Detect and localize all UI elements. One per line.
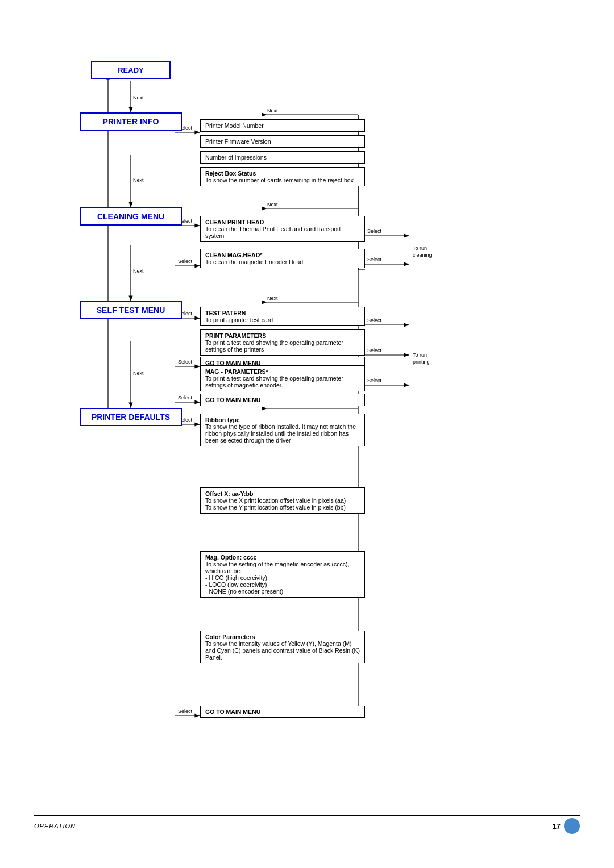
ribbon-type-label: Ribbon type To show the type of ribbon i…	[200, 414, 365, 446]
svg-text:Select: Select	[178, 395, 193, 400]
go-main-menu-3-node: GO TO MAIN MENU	[200, 394, 365, 406]
reject-box-status-label: Reject Box Status To show the number of …	[200, 167, 365, 186]
number-of-impressions-label: Number of impressions	[200, 151, 365, 164]
offset-x-node: Offset X: aa-Y:bb To show the X print lo…	[200, 487, 365, 514]
reject-box-status-node: Reject Box Status To show the number of …	[200, 167, 365, 186]
footer-operation: OPERATION	[34, 823, 76, 829]
cleaning-menu-node: CLEANING MENU	[80, 207, 182, 226]
svg-text:Select: Select	[367, 378, 382, 383]
mag-option-node: Mag. Option: cccc To show the setting of…	[200, 551, 365, 598]
clean-mag-head-label: CLEAN MAG.HEAD* To clean the magnetic En…	[200, 249, 365, 268]
svg-text:cleaning: cleaning	[413, 252, 432, 258]
svg-text:Next: Next	[267, 202, 278, 207]
footer-page: 17	[553, 818, 580, 834]
ready-label: READY	[91, 61, 171, 79]
go-main-menu-4-label: GO TO MAIN MENU	[200, 706, 365, 718]
ready-node: READY	[91, 61, 171, 79]
page-number: 17	[553, 822, 561, 831]
color-parameters-label: Color Parameters To show the intensity v…	[200, 631, 365, 663]
svg-text:Next: Next	[133, 95, 144, 101]
clean-mag-head-node: CLEAN MAG.HEAD* To clean the magnetic En…	[200, 249, 365, 268]
svg-text:Select: Select	[178, 258, 193, 264]
color-parameters-node: Color Parameters To show the intensity v…	[200, 631, 365, 663]
mag-parameters-node: MAG - PARAMETERS* To print a test card s…	[200, 365, 365, 391]
go-main-menu-4-node: GO TO MAIN MENU	[200, 706, 365, 718]
svg-text:printing: printing	[413, 359, 430, 365]
go-main-menu-3-label: GO TO MAIN MENU	[200, 394, 365, 406]
svg-text:Select: Select	[367, 228, 382, 234]
svg-text:Next: Next	[133, 268, 144, 274]
test-patern-node: TEST PATERN To print a printer test card	[200, 307, 365, 326]
clean-print-head-label: CLEAN PRINT HEAD To clean the Thermal Pr…	[200, 216, 365, 242]
svg-text:Select: Select	[367, 348, 382, 353]
printer-firmware-version-label: Printer Firmware Version	[200, 135, 365, 148]
svg-text:To run: To run	[413, 352, 427, 358]
printer-defaults-node: PRINTER DEFAULTS	[80, 408, 182, 426]
mag-parameters-label: MAG - PARAMETERS* To print a test card s…	[200, 365, 365, 391]
mag-option-label: Mag. Option: cccc To show the setting of…	[200, 551, 365, 598]
diagram-wrapper: Next Select Next Next Select Next	[74, 45, 540, 795]
printer-model-number-label: Printer Model Number	[200, 119, 365, 132]
ribbon-type-node: Ribbon type To show the type of ribbon i…	[200, 414, 365, 446]
cleaning-menu-label: CLEANING MENU	[80, 207, 182, 226]
footer: OPERATION 17	[34, 815, 580, 834]
svg-text:Next: Next	[267, 108, 278, 114]
clean-print-head-node: CLEAN PRINT HEAD To clean the Thermal Pr…	[200, 216, 365, 242]
svg-text:Select: Select	[367, 318, 382, 323]
svg-text:Select: Select	[367, 257, 382, 262]
printer-info-label: PRINTER INFO	[80, 112, 182, 131]
self-test-menu-node: SELF TEST MENU	[80, 301, 182, 319]
printer-defaults-label: PRINTER DEFAULTS	[80, 408, 182, 426]
svg-text:Next: Next	[133, 370, 144, 376]
svg-text:To run: To run	[413, 245, 427, 251]
footer-circle-icon	[564, 818, 580, 834]
offset-x-label: Offset X: aa-Y:bb To show the X print lo…	[200, 487, 365, 514]
printer-firmware-version-node: Printer Firmware Version	[200, 135, 365, 148]
print-parameters-label: PRINT PARAMETERS To print a test card sh…	[200, 329, 365, 356]
printer-model-number-node: Printer Model Number	[200, 119, 365, 132]
printer-info-node: PRINTER INFO	[80, 112, 182, 131]
svg-text:Select: Select	[178, 359, 193, 365]
svg-text:Next: Next	[267, 295, 278, 301]
svg-text:Next: Next	[133, 177, 144, 183]
self-test-menu-label: SELF TEST MENU	[80, 301, 182, 319]
test-patern-label: TEST PATERN To print a printer test card	[200, 307, 365, 326]
print-parameters-node: PRINT PARAMETERS To print a test card sh…	[200, 329, 365, 356]
page-container: Next Select Next Next Select Next	[0, 0, 614, 868]
svg-text:Select: Select	[178, 708, 193, 714]
number-of-impressions-node: Number of impressions	[200, 151, 365, 164]
